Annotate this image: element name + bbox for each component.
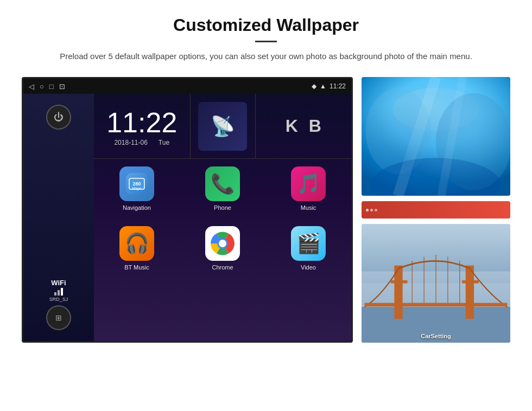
video-icon: 🎬 (291, 226, 326, 261)
svg-point-12 (436, 93, 510, 190)
app-cell-music[interactable]: 🎵 Music (265, 159, 351, 219)
status-time: 11:22 (330, 82, 346, 90)
wifi-bars (54, 288, 63, 296)
power-button[interactable]: ⏻ (46, 105, 71, 130)
wifi-bar-1 (54, 292, 56, 296)
svg-line-15 (441, 77, 463, 196)
main-display: 11:22 2018-11-06 Tue 📡 K B (94, 94, 351, 341)
back-nav-icon[interactable]: ◁ (29, 82, 34, 91)
app-grid: 280 Maps Navigation 📞 Phone (94, 159, 351, 278)
clock-time: 11:22 (106, 106, 177, 139)
app-cell-navigation[interactable]: 280 Maps Navigation (94, 159, 180, 219)
sidebar-bottom: WiFi SRD_SJ ⊞ (46, 279, 71, 330)
clock-area: 11:22 2018-11-06 Tue (94, 94, 191, 158)
svg-rect-28 (391, 280, 408, 283)
shortcut-b[interactable]: B (309, 116, 321, 136)
phone-icon: 📞 (205, 166, 240, 201)
page-title: Customized Wallpaper (43, 15, 489, 35)
video-label: Video (301, 264, 316, 271)
status-bar: ◁ ○ □ ⊡ ◆ ▲ 11:22 (23, 79, 351, 94)
sidebar-top: ⏻ (46, 105, 71, 130)
shortcut-k[interactable]: K (286, 116, 298, 136)
strip-dot-1 (366, 209, 369, 211)
btmusic-icon: 🎧 (119, 226, 154, 261)
wallpaper-strip (362, 201, 510, 219)
svg-point-8 (219, 240, 226, 247)
wallpaper-panel: CarSetting (362, 77, 510, 343)
wifi-label: WiFi (51, 279, 66, 287)
status-left: ◁ ○ □ ⊡ (29, 82, 65, 91)
svg-rect-9 (362, 77, 510, 196)
clock-section: 11:22 2018-11-06 Tue 📡 K B (94, 94, 351, 159)
svg-point-10 (392, 88, 479, 131)
carsetting-label: CarSetting (362, 333, 510, 339)
screenshot-icon[interactable]: ⊡ (59, 82, 65, 91)
home-icon[interactable]: ○ (40, 82, 44, 91)
media-widget: 📡 (191, 94, 256, 158)
wallpaper-bridge[interactable]: CarSetting (362, 224, 510, 343)
chrome-icon (205, 226, 240, 261)
music-icon: 🎵 (291, 166, 326, 201)
recents-icon[interactable]: □ (49, 82, 54, 91)
apps-button[interactable]: ⊞ (46, 305, 71, 330)
chrome-label: Chrome (212, 264, 233, 271)
signal-icon: 📡 (211, 115, 235, 138)
svg-point-11 (366, 88, 430, 174)
svg-rect-21 (466, 266, 474, 319)
page-header: Customized Wallpaper Preload over 5 defa… (0, 0, 532, 72)
title-divider (255, 41, 277, 42)
media-icon-box: 📡 (198, 102, 247, 151)
sidebar: ⏻ WiFi SRD_SJ ⊞ (23, 94, 94, 341)
btmusic-label: BT Music (124, 264, 149, 271)
power-icon: ⏻ (54, 112, 64, 123)
strip-dots (366, 209, 377, 211)
clock-date: 2018-11-06 Tue (114, 139, 169, 146)
strip-dot-2 (370, 209, 373, 211)
wifi-bar-3 (61, 288, 63, 296)
main-area: ◁ ○ □ ⊡ ◆ ▲ 11:22 ⏻ (0, 72, 532, 343)
date-value: 2018-11-06 (114, 139, 147, 146)
wifi-widget: WiFi SRD_SJ (49, 279, 68, 302)
navigation-label: Navigation (123, 204, 151, 211)
location-icon: ◆ (312, 82, 316, 90)
page-description: Preload over 5 default wallpaper options… (43, 50, 489, 63)
phone-label: Phone (214, 204, 231, 211)
strip-dot-3 (375, 209, 377, 211)
app-cell-btmusic[interactable]: 🎧 BT Music (94, 219, 180, 278)
svg-text:280: 280 (132, 181, 141, 187)
svg-text:Maps: Maps (132, 187, 142, 191)
app-cell-chrome[interactable]: Chrome (180, 219, 265, 278)
music-label: Music (301, 204, 316, 211)
app-shortcuts: K B (256, 94, 352, 158)
navigation-icon: 280 Maps (119, 166, 154, 201)
app-cell-phone[interactable]: 📞 Phone (180, 159, 265, 219)
wifi-bar-2 (58, 290, 60, 296)
wallpaper-ice[interactable] (362, 77, 510, 196)
svg-rect-27 (365, 303, 508, 307)
svg-rect-29 (462, 280, 479, 283)
day-value: Tue (159, 139, 169, 146)
app-cell-video[interactable]: 🎬 Video (265, 219, 351, 278)
android-screen: ◁ ○ □ ⊡ ◆ ▲ 11:22 ⏻ (22, 77, 353, 343)
wifi-ssid: SRD_SJ (49, 297, 68, 302)
apps-grid-icon: ⊞ (55, 313, 62, 322)
screen-content: ⏻ WiFi SRD_SJ ⊞ (23, 94, 351, 341)
status-right: ◆ ▲ 11:22 (312, 82, 346, 90)
wifi-status-icon: ▲ (320, 82, 326, 90)
svg-line-14 (398, 77, 436, 196)
wallpaper-strip-area (362, 201, 510, 219)
svg-point-13 (371, 158, 501, 196)
